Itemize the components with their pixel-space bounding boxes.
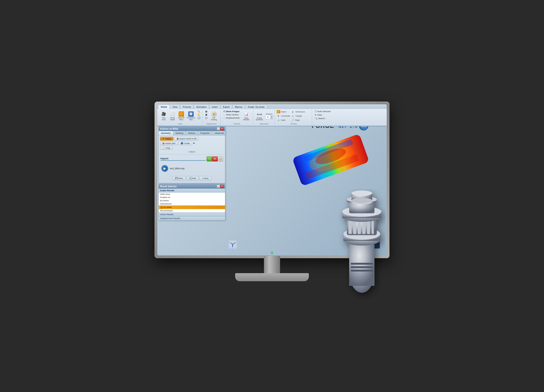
actions-panel-titlebar: Actions on Billet _ ✕ bbox=[159, 126, 225, 131]
repeats-stepper: Repeats: 0 ▲ ▼ bbox=[265, 113, 273, 119]
disk-button[interactable]: 💽 Disk bbox=[187, 176, 199, 180]
tab-animation[interactable]: Animation bbox=[194, 105, 209, 109]
create-button[interactable]: 🔵 Create bbox=[178, 141, 192, 145]
import-area: Import ✓ ✕ ⓘ ▶ end_billet.may 💾 bbox=[159, 154, 225, 183]
picking-group-label: Picking bbox=[275, 123, 312, 125]
stepper-down[interactable]: ▼ bbox=[270, 117, 273, 119]
copy-button[interactable]: 📋 Copy bbox=[160, 146, 172, 150]
import-confirm-button[interactable]: ✓ bbox=[207, 156, 212, 161]
vector-results-expander[interactable]: Vector Results bbox=[159, 212, 225, 216]
result-panel-titlebar: Result Selector _ ✕ bbox=[159, 184, 225, 189]
action-row-2: 📦 Import part 🔵 Create ▼ bbox=[160, 141, 224, 146]
result-item-stresstensor[interactable]: Stresstensor bbox=[159, 202, 225, 205]
create-dropdown-arrow[interactable]: ▼ bbox=[193, 142, 195, 144]
scalar-results-label: Scalar Results bbox=[159, 189, 225, 193]
result-panel-title: Result Selector bbox=[160, 185, 177, 188]
power-led bbox=[271, 252, 273, 254]
tab-home[interactable]: Home bbox=[158, 105, 170, 109]
pan-button[interactable]: ✋ bbox=[197, 113, 201, 116]
import-part-icon: 📦 bbox=[162, 142, 165, 144]
svg-point-34 bbox=[351, 190, 372, 196]
monitor-container: Home View Process Animation Insert Expor… bbox=[145, 101, 399, 291]
icon1-button[interactable]: ▦ bbox=[204, 110, 208, 113]
object-pick-icon: ◈ bbox=[277, 110, 280, 113]
tab-process[interactable]: Process bbox=[180, 105, 194, 109]
show-min-max-button[interactable]: 📊 Show Min/Max bbox=[241, 111, 252, 121]
export-mesh-icon: 📤 bbox=[177, 137, 179, 140]
tetrahedron-pick-button[interactable]: ▲ Tetrahedron bbox=[291, 110, 305, 113]
result-close-button[interactable]: ✕ bbox=[220, 185, 224, 188]
fringed-part-container bbox=[288, 131, 375, 187]
coordinate-pick-button[interactable]: ⊕ Coordinate bbox=[277, 114, 290, 118]
displacements-button[interactable]: — Displacements bbox=[223, 116, 240, 119]
show-vectors-button[interactable]: — Show Vectors bbox=[223, 113, 240, 116]
result-panel-controls: _ ✕ bbox=[217, 185, 224, 188]
ribbon-border bbox=[157, 126, 387, 126]
result-item-delta-temp[interactable]: Delta temp bbox=[159, 193, 225, 196]
export-mesh-button[interactable]: 📤 Export mesh to file bbox=[174, 137, 199, 141]
disk-icon: 💽 bbox=[189, 177, 192, 179]
import-button[interactable]: 📥 Import bbox=[160, 137, 173, 141]
show-vectors-dash-icon: — bbox=[223, 113, 225, 116]
result-item-eq-strain[interactable]: ⬡ Eq strain bbox=[159, 205, 225, 209]
view-from-button[interactable]: 🎥 View From bbox=[160, 111, 168, 121]
tab-view[interactable]: View bbox=[170, 105, 180, 109]
frame-model-icon: ⬜ bbox=[170, 111, 175, 117]
icon3-button[interactable]: ◫ bbox=[204, 116, 208, 119]
tab-advanced[interactable]: Advanced bbox=[212, 131, 226, 135]
node-pick-button[interactable]: △ Node bbox=[277, 118, 290, 122]
import-cancel-button[interactable]: ✕ bbox=[212, 156, 218, 161]
tab-export[interactable]: Export bbox=[220, 105, 232, 109]
clear-button[interactable]: ≡ Clear bbox=[200, 176, 211, 180]
result-item-eq-stress[interactable]: Eq stress bbox=[159, 199, 225, 202]
svg-rect-37 bbox=[351, 266, 373, 268]
stepper-up[interactable]: ▲ bbox=[270, 115, 273, 117]
result-item-position-ini[interactable]: Position ini bbox=[159, 196, 225, 199]
close-button[interactable]: ✕ bbox=[220, 127, 224, 130]
tab-properties[interactable]: Properties bbox=[198, 131, 212, 135]
tab-macros[interactable]: Macros bbox=[232, 105, 245, 109]
view-from-icon: 🎥 bbox=[161, 111, 166, 117]
triangle-pick-button[interactable]: △ Triangle bbox=[291, 114, 305, 118]
tab-meshing[interactable]: Meshing bbox=[173, 131, 186, 135]
svg-text:z: z bbox=[232, 247, 233, 249]
repeats-box: 0 ▲ ▼ bbox=[265, 115, 273, 119]
import-part-button[interactable]: 📦 Import part bbox=[160, 141, 177, 145]
actions-section: 📥 Import 📤 Export mesh to file 📦 bbox=[159, 136, 225, 154]
result-minimize-button[interactable]: _ bbox=[217, 185, 220, 188]
ribbon: Home View Process Animation Insert Expor… bbox=[157, 104, 387, 126]
tab-geometry[interactable]: Geometry bbox=[159, 131, 173, 135]
show-all-parts-button[interactable]: ⬡ Show All Parts bbox=[177, 111, 185, 121]
tab-scalar-eq-strain[interactable]: Scalar: Eq strain bbox=[245, 105, 267, 109]
edge-pick-button[interactable]: ╱ Edge bbox=[291, 118, 305, 122]
svg-text:x: x bbox=[235, 241, 236, 243]
multi-selection-content: ☐ Multi Selection ✕ Clear 🔍 Search... bbox=[314, 110, 332, 123]
show-fringes-button[interactable]: ☑ Show Fringes bbox=[223, 110, 240, 113]
object-pick-button[interactable]: ◈ Object bbox=[277, 110, 290, 113]
flat-shading-icon: ● bbox=[211, 111, 217, 117]
clear-button[interactable]: ✕ Clear bbox=[314, 113, 332, 116]
show-min-max-icon: 📊 bbox=[244, 112, 249, 117]
store-button[interactable]: 💾 Store bbox=[172, 176, 186, 180]
perspective-view-button[interactable]: ⬜ Perspective View bbox=[186, 111, 196, 121]
tab-motions[interactable]: Motions bbox=[186, 131, 198, 135]
symmetry-group-label: Symmetry bbox=[254, 123, 275, 125]
panel-controls: _ ✕ bbox=[217, 127, 224, 130]
flat-shading-button[interactable]: ● Flat Shading bbox=[209, 111, 219, 121]
result-item-remeshstrain[interactable]: Remeshstrain bbox=[159, 209, 225, 212]
icon2-button[interactable]: ▣ bbox=[204, 113, 208, 116]
stepper-buttons: ▲ ▼ bbox=[270, 115, 273, 119]
tab-insert[interactable]: Insert bbox=[209, 105, 220, 109]
import-info-button[interactable]: ⓘ bbox=[218, 156, 223, 161]
enable-symmetry-button[interactable]: ⟺ Enable Symmetry bbox=[255, 111, 264, 121]
minimize-button[interactable]: _ bbox=[217, 127, 220, 130]
rotate-button[interactable]: 🔄 bbox=[197, 116, 201, 119]
navigate-arrow[interactable]: ▶ bbox=[161, 165, 168, 172]
actions-panel-title: Actions on Billet bbox=[160, 128, 178, 130]
icon3: ◫ bbox=[205, 117, 207, 119]
search-button[interactable]: 🔍 Search... bbox=[314, 117, 332, 120]
displacement-results-expander[interactable]: Displacement Results bbox=[159, 216, 225, 220]
zoom-button[interactable]: 🔍 bbox=[197, 110, 201, 113]
multi-selection-checkbox[interactable]: ☐ Multi Selection bbox=[314, 110, 332, 113]
frame-model-button[interactable]: ⬜ Frame Model bbox=[168, 111, 177, 121]
